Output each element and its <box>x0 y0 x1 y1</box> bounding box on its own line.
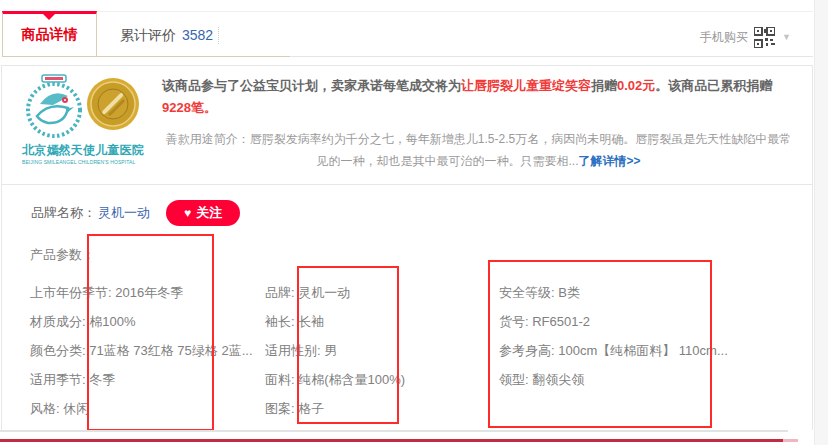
learn-more-link[interactable]: 了解详情>> <box>579 154 641 168</box>
pledge-seg: 捐赠 <box>591 78 617 93</box>
mobile-buy-control[interactable]: 手机购买 ▼ <box>700 24 791 50</box>
fund-intro-text: 善款用途简介：唇腭裂发病率约为千分之七，每年新增患儿1.5-2.5万名，病因尚未… <box>166 132 791 168</box>
charity-pledge-text: 该商品参与了公益宝贝计划，卖家承诺每笔成交将为让唇腭裂儿童重绽笑容捐赠0.02元… <box>162 75 795 119</box>
tabstrip-tan-border <box>2 56 290 57</box>
param-row: 颜色分类: 71蓝格 73红格 75绿格 2蓝... <box>30 336 253 365</box>
brand-name-link[interactable]: 灵机一动 <box>98 204 150 222</box>
param-row: 参考身高: 100cm【纯棉面料】 110cm... <box>499 336 728 365</box>
reviews-label: 累计评价 <box>120 27 176 43</box>
active-tab-arrow-icon <box>43 14 55 20</box>
param-row: 领型: 翻领尖领 <box>499 365 728 394</box>
brand-row: 品牌名称： 灵机一动 ♥ 关注 <box>31 199 240 227</box>
hospital-name-en: BEIJING SMILEANGEL CHILDREN'S HOSPITAL <box>22 159 146 165</box>
param-row: 适用性别: 男 <box>265 336 405 365</box>
param-row: 安全等级: B类 <box>499 278 728 307</box>
follow-button[interactable]: ♥ 关注 <box>166 200 240 226</box>
pledge-cause: 让唇腭裂儿童重绽笑容 <box>461 78 591 93</box>
param-row: 袖长: 长袖 <box>265 307 405 336</box>
tab-separator <box>218 27 219 44</box>
param-row: 材质成分: 棉100% <box>30 307 253 336</box>
brand-label: 品牌名称： <box>31 204 96 222</box>
product-detail-page: 商品详情 累计评价3582 手机购买 ▼ <box>0 0 828 445</box>
pledge-seg: 该商品参与了公益宝贝计划，卖家承诺每笔成交将为 <box>162 78 461 93</box>
chevron-down-icon: ▼ <box>782 32 791 42</box>
hospital-logo: 北京嫣然天使儿童医院 BEIJING SMILEANGEL CHILDREN'S… <box>22 74 146 176</box>
bottom-red-line-fade <box>783 439 798 442</box>
bottom-divider <box>0 430 788 432</box>
param-row: 货号: RF6501-2 <box>499 307 728 336</box>
charity-banner: 北京嫣然天使儿童医院 BEIJING SMILEANGEL CHILDREN'S… <box>1 65 813 185</box>
tab-reviews[interactable]: 累计评价3582 <box>97 14 213 56</box>
params-column-1: 上市年份季节: 2016年冬季 材质成分: 棉100% 颜色分类: 71蓝格 7… <box>30 278 253 423</box>
params-column-2: 品牌: 灵机一动 袖长: 长袖 适用性别: 男 面料: 纯棉(棉含量100%) … <box>265 278 405 423</box>
header-top-border <box>97 11 813 12</box>
gold-medal-icon <box>86 77 140 131</box>
hospital-name-cn: 北京嫣然天使儿童医院 <box>22 142 146 159</box>
charity-fund-intro: 善款用途简介：唇腭裂发病率约为千分之七，每年新增患儿1.5-2.5万名，病因尚未… <box>162 128 795 172</box>
params-column-3: 安全等级: B类 货号: RF6501-2 参考身高: 100cm【纯棉面料】 … <box>499 278 728 394</box>
params-title: 产品参数： <box>30 246 95 264</box>
param-row: 面料: 纯棉(棉含量100%) <box>265 365 405 394</box>
heart-icon: ♥ <box>184 206 191 220</box>
param-row: 上市年份季节: 2016年冬季 <box>30 278 253 307</box>
page-background-strip <box>814 0 828 445</box>
pledge-amount: 0.02元 <box>617 78 655 93</box>
param-row: 风格: 休闲 <box>30 394 253 423</box>
qr-code-icon <box>754 27 775 48</box>
mobile-buy-label: 手机购买 <box>700 29 748 46</box>
dove-emblem-icon <box>22 74 86 140</box>
product-params-section: 品牌名称： 灵机一动 ♥ 关注 产品参数： 上市年份季节: 2016年冬季 材质… <box>1 185 813 430</box>
pledge-count: 9228笔。 <box>162 100 217 115</box>
follow-label: 关注 <box>196 204 222 222</box>
charity-description: 该商品参与了公益宝贝计划，卖家承诺每笔成交将为让唇腭裂儿童重绽笑容捐赠0.02元… <box>162 75 795 172</box>
bottom-red-line <box>0 439 783 442</box>
param-row: 适用季节: 冬季 <box>30 365 253 394</box>
param-row: 图案: 格子 <box>265 394 405 423</box>
param-row: 品牌: 灵机一动 <box>265 278 405 307</box>
pledge-seg: 。该商品已累积捐赠 <box>655 78 772 93</box>
tabstrip-gray-border <box>290 56 813 57</box>
reviews-count: 3582 <box>182 27 213 43</box>
